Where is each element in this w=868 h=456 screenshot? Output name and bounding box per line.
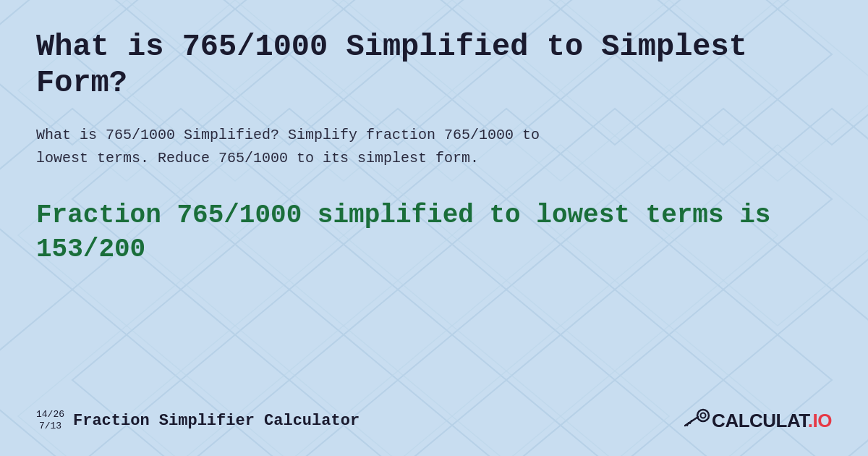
result-line1: Fraction 765/1000 simplified to lowest t…	[36, 199, 832, 233]
key-icon	[684, 407, 710, 434]
footer: 14/26 7/13 Fraction Simplifier Calculato…	[36, 400, 832, 434]
description: What is 765/1000 Simplified? Simplify fr…	[36, 124, 832, 170]
footer-brand: Fraction Simplifier Calculator	[73, 412, 359, 430]
logo-name: CALCULAT	[712, 410, 808, 431]
calculat-logo: CALCULAT.IO	[684, 407, 832, 434]
result: Fraction 765/1000 simplified to lowest t…	[36, 199, 832, 267]
page-title: What is 765/1000 Simplified to Simplest …	[36, 29, 832, 102]
footer-right: CALCULAT.IO	[684, 407, 832, 434]
logo-tld: .IO	[808, 410, 832, 431]
fraction-top: 14/26	[36, 409, 64, 421]
footer-left: 14/26 7/13 Fraction Simplifier Calculato…	[36, 409, 359, 431]
svg-point-48	[697, 410, 709, 421]
svg-point-49	[701, 413, 706, 418]
fraction-bottom: 7/13	[39, 421, 61, 432]
logo-text: CALCULAT.IO	[712, 410, 832, 432]
main-content: What is 765/1000 Simplified to Simplest …	[36, 29, 832, 400]
result-line2: 153/200	[36, 233, 832, 267]
description-line2: lowest terms. Reduce 765/1000 to its sim…	[36, 150, 479, 166]
page-content: What is 765/1000 Simplified to Simplest …	[0, 0, 868, 456]
footer-fraction: 14/26 7/13	[36, 409, 64, 431]
description-line1: What is 765/1000 Simplified? Simplify fr…	[36, 127, 540, 143]
